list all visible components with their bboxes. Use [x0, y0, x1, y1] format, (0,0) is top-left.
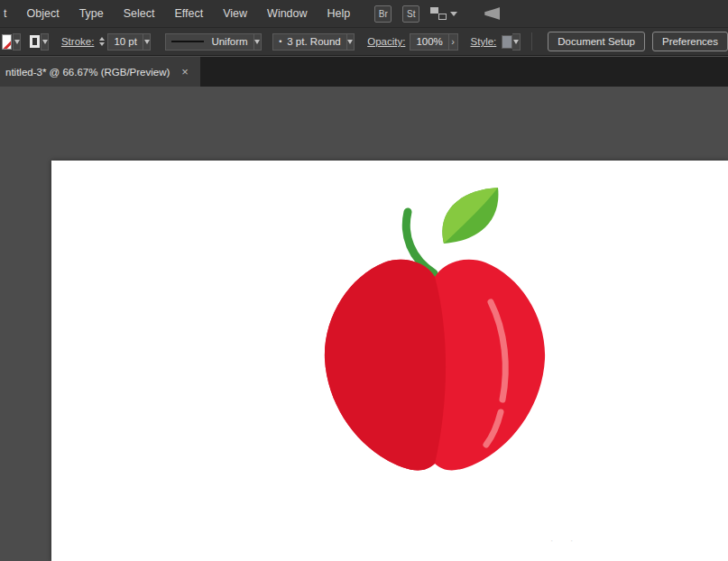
brush-dropdown-button[interactable] [347, 33, 355, 51]
document-setup-button[interactable]: Document Setup [548, 32, 645, 51]
document-tab-title: ntitled-3* @ 66.67% (RGB/Preview) [5, 67, 170, 78]
brush-select[interactable]: • 3 pt. Round [272, 33, 347, 51]
opacity-more-button[interactable]: › [449, 33, 458, 51]
menu-effect[interactable]: Effect [164, 0, 213, 27]
brush-dot-icon: • [279, 37, 281, 46]
illustrator-window: t Object Type Select Effect View Window … [0, 0, 728, 561]
document-tab[interactable]: ntitled-3* @ 66.67% (RGB/Preview) × [0, 57, 200, 87]
fill-color-swatch[interactable] [2, 34, 12, 50]
apple-body-shade [325, 260, 446, 471]
stroke-weight-input[interactable]: 10 pt [107, 33, 143, 51]
opacity-input[interactable]: 100% [410, 33, 448, 51]
control-bar: Stroke: 10 pt Uniform • 3 pt. Round Opac… [0, 27, 728, 56]
stroke-weight-stepper[interactable] [99, 37, 105, 46]
divider [531, 32, 532, 51]
chevron-down-icon [42, 40, 48, 44]
stroke-dropdown-button[interactable] [41, 33, 49, 51]
width-profile-select[interactable]: Uniform [165, 33, 253, 51]
brush-value: 3 pt. Round [287, 36, 340, 47]
chevron-down-icon [144, 40, 150, 44]
stroke-weight-dropdown-button[interactable] [143, 33, 151, 51]
preferences-button[interactable]: Preferences [652, 32, 728, 51]
menu-type[interactable]: Type [69, 0, 114, 27]
width-profile-dropdown-button[interactable] [254, 33, 262, 51]
menu-bar: t Object Type Select Effect View Window … [0, 0, 728, 27]
chevron-down-icon [450, 12, 457, 16]
chevron-down-icon [513, 40, 519, 44]
stock-badge-icon[interactable]: St [402, 5, 419, 23]
stroke-weight-label[interactable]: Stroke: [61, 36, 94, 47]
menu-edit-partial[interactable]: t [0, 0, 16, 27]
document-tab-bar: ntitled-3* @ 66.67% (RGB/Preview) × [0, 57, 728, 87]
close-icon[interactable]: × [179, 65, 191, 78]
menu-help[interactable]: Help [318, 0, 361, 27]
style-label[interactable]: Style: [471, 36, 497, 47]
chevron-down-icon [347, 40, 353, 44]
chevron-down-icon [254, 40, 260, 44]
arrange-documents-control[interactable] [430, 7, 457, 20]
menu-bar-icons: Br St [374, 5, 500, 23]
menu-select[interactable]: Select [114, 0, 165, 27]
width-profile-line-icon [171, 41, 204, 42]
bridge-badge-icon[interactable]: Br [374, 5, 392, 23]
share-icon[interactable] [484, 7, 500, 20]
style-dropdown-button[interactable] [512, 33, 520, 51]
menu-object[interactable]: Object [16, 0, 69, 27]
width-profile-value: Uniform [211, 36, 247, 47]
style-swatch[interactable] [502, 35, 512, 49]
stroke-color-swatch[interactable] [30, 35, 40, 48]
chevron-down-icon [14, 40, 20, 44]
fill-dropdown-button[interactable] [13, 33, 21, 51]
apple-artwork[interactable] [316, 176, 559, 501]
none-fill-slash-icon [3, 34, 13, 50]
menu-view[interactable]: View [213, 0, 257, 27]
menu-window[interactable]: Window [257, 0, 317, 27]
opacity-label[interactable]: Opacity: [367, 36, 405, 47]
watermark: · · [550, 536, 580, 546]
canvas-area[interactable]: · · [0, 87, 728, 561]
arrange-documents-icon [430, 7, 447, 20]
